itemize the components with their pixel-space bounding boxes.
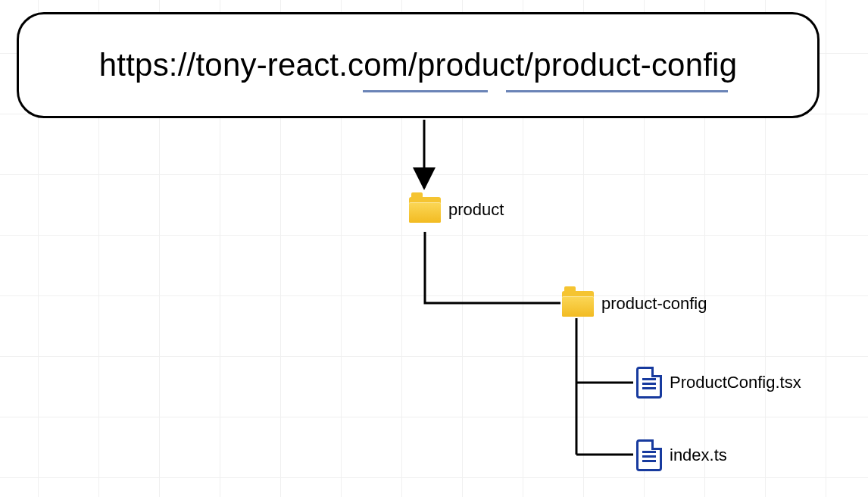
- node-label: ProductConfig.tsx: [670, 373, 801, 392]
- node-label: index.ts: [670, 445, 727, 465]
- file-icon: [636, 367, 662, 399]
- url-text: https://tony-react.com/product/product-c…: [99, 47, 737, 83]
- url-underline-product: [363, 90, 488, 92]
- node-label: product-config: [601, 294, 707, 314]
- tree-node-productconfig-tsx: ProductConfig.tsx: [636, 367, 801, 399]
- tree-node-product-config: product-config: [562, 291, 707, 317]
- tree-node-index-ts: index.ts: [636, 439, 727, 471]
- folder-icon: [409, 197, 441, 223]
- url-box: https://tony-react.com/product/product-c…: [17, 12, 820, 118]
- url-underline-product-config: [506, 90, 728, 92]
- file-icon: [636, 439, 662, 471]
- folder-icon: [562, 291, 594, 317]
- tree-node-product: product: [409, 197, 504, 223]
- node-label: product: [448, 200, 504, 220]
